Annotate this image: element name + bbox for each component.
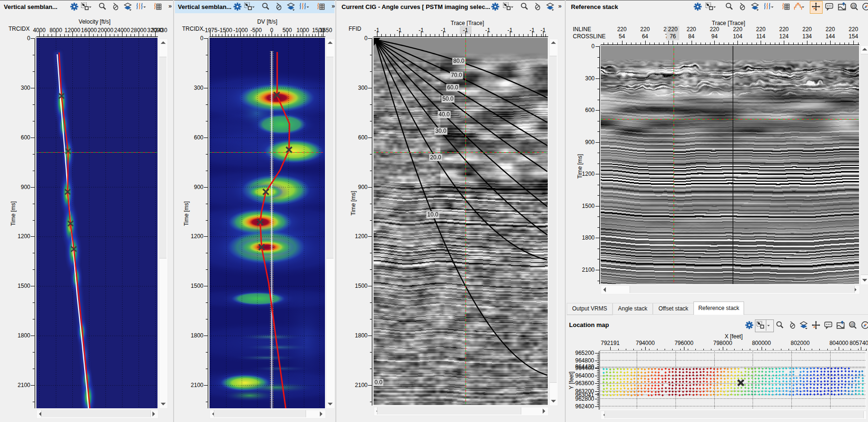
svg-text:»: » (558, 2, 561, 9)
svg-text:»: » (332, 2, 335, 9)
svg-text:@: @ (851, 4, 856, 9)
svg-text:@: @ (850, 322, 854, 327)
svg-text:»: » (168, 2, 172, 9)
